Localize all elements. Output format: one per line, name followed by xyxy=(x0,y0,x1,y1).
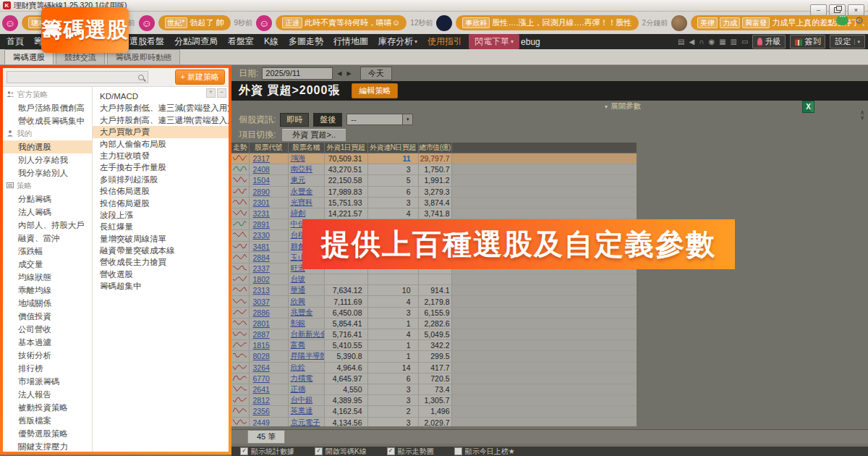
stock-code-link[interactable]: 2337 xyxy=(253,264,270,273)
table-row[interactable]: 2301光寶科15,751.9333,874.4 xyxy=(231,197,637,208)
stock-name-link[interactable]: 台玻 xyxy=(291,274,305,283)
stock-code-link[interactable]: 1504 xyxy=(253,176,270,185)
strategy-item[interactable]: 長紅爆量 xyxy=(93,221,229,232)
stock-name-link[interactable]: 欣銓 xyxy=(291,363,305,371)
dropdown-arrow-icon[interactable]: ▾ xyxy=(402,114,412,124)
strategy-item[interactable]: 量增突破周線清單 xyxy=(93,233,229,245)
sidebar-item[interactable]: 成交量 xyxy=(3,258,92,271)
stock-code-link[interactable]: 3481 xyxy=(253,242,270,251)
sidebar-item[interactable]: 法人籌碼 xyxy=(3,206,92,219)
table-row[interactable]: 2887台新新光金5,716.4145,049.5 xyxy=(231,329,637,340)
stock-name-link[interactable]: 欣興 xyxy=(291,297,305,305)
settings-button[interactable]: 設定▾ xyxy=(830,35,865,48)
stock-code-link[interactable]: 2641 xyxy=(253,385,270,394)
table-row[interactable]: 2641正德4,550373.4 xyxy=(231,384,637,394)
sidebar-item[interactable]: 價值投資 xyxy=(3,310,92,323)
expand-all-button[interactable]: + xyxy=(206,88,216,98)
collapse-all-button[interactable]: − xyxy=(217,88,226,98)
stock-tag[interactable]: 正達 xyxy=(282,17,302,28)
menu-item-13[interactable]: ebug xyxy=(521,37,545,47)
table-row[interactable]: 3231緯創14,221.5743,741.8 xyxy=(231,208,637,219)
stock-name-link[interactable]: 光寶科 xyxy=(291,198,313,206)
stock-code-link[interactable]: 2812 xyxy=(253,396,270,405)
stock-code-link[interactable]: 2408 xyxy=(253,165,270,174)
stock-tag[interactable]: 世紀* xyxy=(165,17,188,28)
sidebar-item[interactable]: 公司營收 xyxy=(3,323,92,336)
menu-item-1[interactable]: 首頁 xyxy=(1,35,29,48)
sidebar-item[interactable]: 別人分享給我 xyxy=(3,153,92,166)
menu-item-12[interactable]: 閃電下單▾ xyxy=(469,34,519,49)
strategy-item[interactable]: 左手換右手作量股 xyxy=(93,161,229,173)
sidebar-item[interactable]: 融資、當沖 xyxy=(3,232,92,245)
monitor-icon[interactable]: ▭ xyxy=(741,38,748,46)
item-switch-button[interactable]: 外資 買超>.. xyxy=(281,128,346,142)
dropdown-arrow-icon[interactable]: ▾ xyxy=(854,39,860,45)
display-option[interactable]: ✓開啟籌碼K線 xyxy=(315,447,367,456)
table-row[interactable]: 8028昇陽半導體5,390.81299.5 xyxy=(231,351,637,362)
strategy-search-input[interactable] xyxy=(7,73,138,82)
stock-code-link[interactable]: 2890 xyxy=(253,187,270,196)
table-row[interactable]: 3037欣興7,111.6942,179.8 xyxy=(231,296,637,307)
strategy-item[interactable]: 大戶買散戶賣 xyxy=(93,126,229,138)
sidebar-item[interactable]: 分點籌碼 xyxy=(3,193,92,206)
checkbox-unchecked-icon[interactable] xyxy=(454,447,462,455)
table-row[interactable]: 1802台玻 xyxy=(231,274,637,285)
display-option[interactable]: ✓顯示統計數據 xyxy=(240,447,294,456)
stock-name-link[interactable]: 彰銀 xyxy=(291,318,305,327)
stock-code-link[interactable]: 2301 xyxy=(253,198,270,207)
stock-code-link[interactable]: 2317 xyxy=(253,154,270,163)
column-header[interactable]: 股票名稱 xyxy=(288,143,324,153)
date-input[interactable] xyxy=(262,67,333,80)
stock-code-link[interactable]: 2886 xyxy=(253,308,270,317)
stock-code-link[interactable]: 2330 xyxy=(253,231,270,240)
stock-code-link[interactable]: 2313 xyxy=(253,286,270,295)
stock-code-link[interactable]: 1802 xyxy=(253,275,270,284)
realtime-button[interactable]: 即時 xyxy=(280,113,309,127)
chat-message[interactable]: 事欣科股性….漲上，回測月線….再彈！！股性 xyxy=(456,15,638,30)
stock-info-dropdown[interactable]: -- ▾ xyxy=(346,114,413,125)
expand-params-toggle[interactable]: ▾ 展開參數 xyxy=(605,101,641,111)
sidebar-item[interactable]: 市場派籌碼 xyxy=(3,375,92,388)
sidebar-item[interactable]: 被動投資策略 xyxy=(3,401,92,414)
stock-name-link[interactable]: 昇陽半導體 xyxy=(291,351,325,360)
checkbox-checked-icon[interactable]: ✓ xyxy=(387,447,395,455)
sidebar-item[interactable]: 散戶活絡股價創高 xyxy=(3,101,92,114)
chat-message[interactable]: 世紀*勃起了 帥 xyxy=(158,15,231,30)
menu-item-7[interactable]: K線 xyxy=(259,35,284,48)
table-row[interactable]: 2313華通7,634.1210914.1 xyxy=(231,285,637,296)
sidebar-item[interactable]: 關鍵支撐壓力 xyxy=(3,440,92,452)
strategy-item[interactable]: 大戶持股創高、連三遞增(雲端登入用) xyxy=(93,114,229,126)
table-row[interactable]: 1815富喬5,410.551342.2 xyxy=(231,340,637,351)
column-header[interactable]: 外資連N日買超 xyxy=(367,143,418,153)
column-header[interactable]: 走勢 xyxy=(231,143,249,153)
table-row[interactable]: 3264欣銓4,964.614417.7 xyxy=(231,362,637,373)
table-row[interactable]: 2449京元電子4,134.5632,029.7 xyxy=(231,417,637,426)
table-row[interactable]: 2317鴻海70,509.311129,797.7 xyxy=(231,153,637,164)
stock-code-link[interactable]: 2801 xyxy=(253,319,270,328)
stock-code-link[interactable]: 2884 xyxy=(253,253,270,262)
sidebar-item[interactable]: 乖離均線 xyxy=(3,284,92,297)
menu-item-5[interactable]: 分點調查局 xyxy=(169,35,223,48)
headset-icon[interactable]: ∩ xyxy=(699,38,704,46)
edit-strategy-button[interactable]: 編輯策略 xyxy=(352,83,398,98)
new-strategy-button[interactable]: + 新建策略 xyxy=(175,69,225,85)
table-row[interactable]: 2801彰銀5,854.4112,282.6 xyxy=(231,318,637,329)
column-header[interactable]: 總市值(億) xyxy=(418,143,451,153)
column-header[interactable]: 股票代號 xyxy=(249,143,288,153)
chat-message[interactable]: 正達此時不賣等待何時，嘻嘻☺ xyxy=(276,15,407,30)
checkbox-checked-icon[interactable]: ✓ xyxy=(240,447,248,455)
stock-code-link[interactable]: 3231 xyxy=(253,209,270,218)
stock-name-link[interactable]: 緯創 xyxy=(291,208,305,217)
sidebar-item[interactable]: 技術分析 xyxy=(3,349,92,362)
menu-item-6[interactable]: 看盤室 xyxy=(223,35,259,48)
prev-day-button[interactable]: ◀ xyxy=(336,70,342,77)
stock-code-link[interactable]: 2356 xyxy=(253,407,270,415)
sidebar-item[interactable]: 舊版檔案 xyxy=(3,414,92,427)
stock-name-link[interactable]: 南亞科 xyxy=(291,164,313,173)
calc-icon[interactable]: ▥ xyxy=(731,38,737,46)
stock-tag[interactable]: 事欣科 xyxy=(462,17,490,28)
strategy-item[interactable]: 營收成長主力搶買 xyxy=(93,256,229,268)
stock-code-link[interactable]: 3264 xyxy=(253,363,270,372)
stock-code-link[interactable]: 2891 xyxy=(253,220,270,229)
sidebar-item[interactable]: 地域關係 xyxy=(3,297,92,310)
